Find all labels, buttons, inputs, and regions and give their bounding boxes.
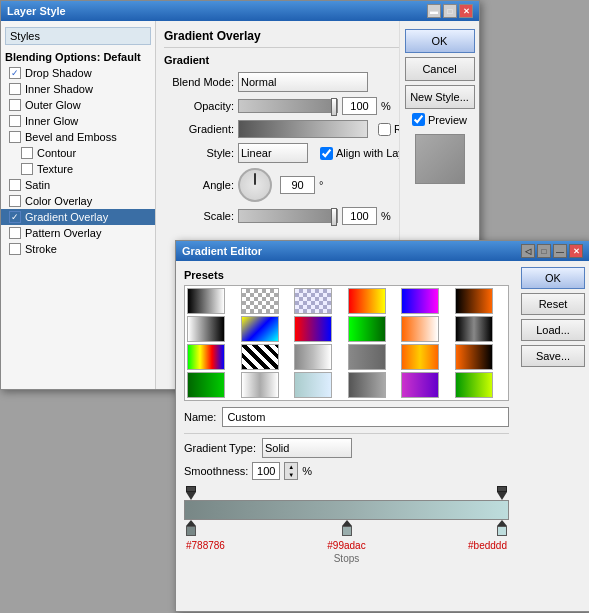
- gradient-name-input[interactable]: [222, 407, 509, 427]
- blend-mode-select-wrapper: Normal: [238, 72, 368, 92]
- name-row: Name:: [184, 407, 509, 427]
- opacity-input[interactable]: [342, 97, 377, 115]
- gradient-preview[interactable]: [238, 120, 368, 138]
- smoothness-input[interactable]: [252, 462, 280, 480]
- drop-shadow-checkbox[interactable]: ✓: [9, 67, 21, 79]
- preset-item-3[interactable]: [348, 288, 386, 314]
- sidebar-gradient-overlay[interactable]: ✓ Gradient Overlay: [1, 209, 155, 225]
- ge-ok-button[interactable]: OK: [521, 267, 585, 289]
- preset-item-13[interactable]: [241, 344, 279, 370]
- ge-maximize-icon[interactable]: □: [537, 244, 551, 258]
- preset-item-19[interactable]: [241, 372, 279, 398]
- inner-glow-checkbox[interactable]: [9, 115, 21, 127]
- preset-item-22[interactable]: [401, 372, 439, 398]
- preset-item-4[interactable]: [401, 288, 439, 314]
- ge-save-button[interactable]: Save...: [521, 345, 585, 367]
- color-stop-right[interactable]: [497, 520, 507, 536]
- sidebar-bevel-emboss[interactable]: Bevel and Emboss: [1, 129, 155, 145]
- new-style-button[interactable]: New Style...: [405, 85, 475, 109]
- preset-item-21[interactable]: [348, 372, 386, 398]
- opacity-stop-right[interactable]: [497, 486, 507, 500]
- satin-checkbox[interactable]: [9, 179, 21, 191]
- texture-checkbox[interactable]: [21, 163, 33, 175]
- ge-minimize-icon[interactable]: —: [553, 244, 567, 258]
- angle-dial[interactable]: [238, 168, 272, 202]
- smoothness-spinner[interactable]: ▲ ▼: [284, 462, 298, 480]
- ge-restore-icon[interactable]: ◁: [521, 244, 535, 258]
- scale-input[interactable]: [342, 207, 377, 225]
- gradient-stops-bottom: [184, 520, 509, 536]
- contour-checkbox[interactable]: [21, 147, 33, 159]
- preset-item-6[interactable]: [187, 316, 225, 342]
- sidebar-inner-shadow[interactable]: Inner Shadow: [1, 81, 155, 97]
- inner-shadow-checkbox[interactable]: [9, 83, 21, 95]
- sidebar-color-overlay[interactable]: Color Overlay: [1, 193, 155, 209]
- color-stop-mid[interactable]: [342, 520, 352, 536]
- sidebar-pattern-overlay[interactable]: Pattern Overlay: [1, 225, 155, 241]
- ge-main: Presets Name: Gradient Type: Solid: [176, 261, 517, 611]
- minimize-btn[interactable]: ▬: [427, 4, 441, 18]
- opacity-slider[interactable]: [238, 99, 338, 113]
- preset-item-14[interactable]: [294, 344, 332, 370]
- sidebar-inner-glow[interactable]: Inner Glow: [1, 113, 155, 129]
- preset-item-18[interactable]: [187, 372, 225, 398]
- name-label: Name:: [184, 411, 216, 423]
- sidebar-blending-options[interactable]: Blending Options: Default: [1, 49, 155, 65]
- layer-style-titlebar: Layer Style ▬ □ ✕: [1, 1, 479, 21]
- gradient-type-select-wrapper: Solid: [262, 438, 352, 458]
- color-stop-left[interactable]: [186, 520, 196, 536]
- gradient-type-row: Gradient Type: Solid: [184, 438, 509, 458]
- ge-reset-button[interactable]: Reset: [521, 293, 585, 315]
- preset-item-10[interactable]: [401, 316, 439, 342]
- ge-load-button[interactable]: Load...: [521, 319, 585, 341]
- gradient-type-select[interactable]: Solid: [262, 438, 352, 458]
- preset-item-2[interactable]: [294, 288, 332, 314]
- opacity-slider-container: %: [238, 97, 391, 115]
- style-select[interactable]: Linear: [238, 143, 308, 163]
- gradient-bar[interactable]: [184, 500, 509, 520]
- preview-checkbox[interactable]: [412, 113, 425, 126]
- gradient-stops-top: [184, 486, 509, 500]
- sidebar-drop-shadow[interactable]: ✓ Drop Shadow: [1, 65, 155, 81]
- sidebar-outer-glow[interactable]: Outer Glow: [1, 97, 155, 113]
- angle-input[interactable]: [280, 176, 315, 194]
- reverse-checkbox[interactable]: [378, 123, 391, 136]
- preset-item-5[interactable]: [455, 288, 493, 314]
- preset-item-17[interactable]: [455, 344, 493, 370]
- color-overlay-checkbox[interactable]: [9, 195, 21, 207]
- blend-mode-select[interactable]: Normal: [238, 72, 368, 92]
- preset-item-0[interactable]: [187, 288, 225, 314]
- gradient-label: Gradient:: [164, 123, 234, 135]
- sidebar-contour[interactable]: Contour: [1, 145, 155, 161]
- preset-item-23[interactable]: [455, 372, 493, 398]
- close-btn[interactable]: ✕: [459, 4, 473, 18]
- spin-down[interactable]: ▼: [285, 471, 297, 479]
- gradient-overlay-checkbox[interactable]: ✓: [9, 211, 21, 223]
- align-layer-checkbox[interactable]: [320, 147, 333, 160]
- sidebar-stroke[interactable]: Stroke: [1, 241, 155, 257]
- opacity-stop-left[interactable]: [186, 486, 196, 500]
- preset-item-11[interactable]: [455, 316, 493, 342]
- pattern-overlay-checkbox[interactable]: [9, 227, 21, 239]
- bevel-emboss-checkbox[interactable]: [9, 131, 21, 143]
- stroke-checkbox[interactable]: [9, 243, 21, 255]
- preset-item-16[interactable]: [401, 344, 439, 370]
- scale-slider[interactable]: [238, 209, 338, 223]
- sidebar-texture[interactable]: Texture: [1, 161, 155, 177]
- preset-item-12[interactable]: [187, 344, 225, 370]
- preset-item-1[interactable]: [241, 288, 279, 314]
- maximize-btn[interactable]: □: [443, 4, 457, 18]
- preset-item-7[interactable]: [241, 316, 279, 342]
- presets-label: Presets: [184, 269, 509, 281]
- ge-close-icon[interactable]: ✕: [569, 244, 583, 258]
- sidebar-satin[interactable]: Satin: [1, 177, 155, 193]
- preset-item-15[interactable]: [348, 344, 386, 370]
- spin-up[interactable]: ▲: [285, 463, 297, 471]
- preset-item-20[interactable]: [294, 372, 332, 398]
- preset-item-9[interactable]: [348, 316, 386, 342]
- outer-glow-checkbox[interactable]: [9, 99, 21, 111]
- ok-button[interactable]: OK: [405, 29, 475, 53]
- color-label-mid: #99adac: [327, 540, 365, 551]
- preset-item-8[interactable]: [294, 316, 332, 342]
- cancel-button[interactable]: Cancel: [405, 57, 475, 81]
